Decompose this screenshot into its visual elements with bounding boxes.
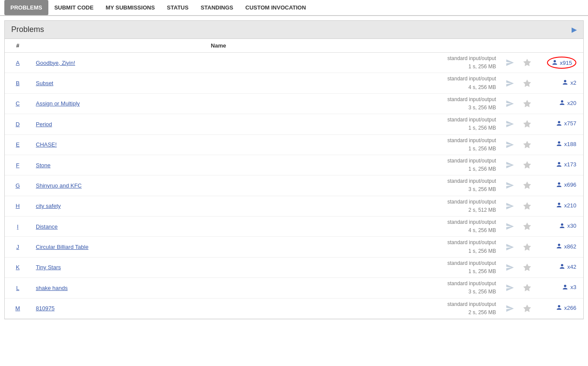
count-link[interactable]: x3 — [562, 284, 576, 291]
nav-item-problems[interactable]: PROBLEMS — [4, 0, 48, 15]
table-row: M810975standard input/output2 s, 256 MB … — [5, 298, 583, 318]
problem-name-link[interactable]: Period — [36, 121, 52, 127]
star-icon[interactable] — [518, 155, 536, 175]
participant-count[interactable]: x915 — [536, 53, 583, 73]
problem-name-link[interactable]: Assign or Multiply — [36, 100, 80, 107]
send-icon[interactable] — [501, 114, 518, 134]
star-icon[interactable] — [518, 134, 536, 155]
participant-count[interactable]: x188 — [536, 134, 583, 155]
send-icon[interactable] — [501, 155, 518, 175]
participant-count[interactable]: x30 — [536, 216, 583, 237]
participant-count[interactable]: x210 — [536, 196, 583, 216]
participant-count[interactable]: x266 — [536, 298, 583, 318]
send-icon[interactable] — [501, 93, 518, 114]
star-icon[interactable] — [518, 257, 536, 277]
count-link[interactable]: x2 — [562, 79, 576, 86]
count-link[interactable]: x188 — [556, 140, 576, 147]
table-row: Lshake handsstandard input/output3 s, 25… — [5, 278, 583, 298]
send-icon[interactable] — [501, 73, 518, 93]
problem-name-link[interactable]: Goodbye, Ziyin! — [36, 60, 75, 66]
problem-io: standard input/output1 s, 256 MB — [406, 257, 501, 277]
nav-item-standings[interactable]: STANDINGS — [195, 0, 240, 15]
send-icon[interactable] — [501, 53, 518, 73]
star-icon[interactable] — [518, 175, 536, 196]
star-icon[interactable] — [518, 237, 536, 257]
count-link[interactable]: x757 — [556, 120, 576, 127]
problem-name-link[interactable]: Shinyruo and KFC — [36, 182, 82, 189]
send-icon[interactable] — [501, 196, 518, 216]
send-icon[interactable] — [501, 298, 518, 318]
problem-id-link[interactable]: J — [16, 244, 19, 250]
problem-id-link[interactable]: L — [16, 285, 19, 291]
send-icon[interactable] — [501, 216, 518, 237]
problem-id-link[interactable]: A — [16, 60, 20, 66]
problem-id-link[interactable]: M — [16, 305, 20, 312]
nav-item-submit-code[interactable]: SUBMIT CODE — [48, 0, 100, 15]
problem-name-link[interactable]: Distance — [36, 223, 58, 230]
problem-name-link[interactable]: Tiny Stars — [36, 264, 61, 271]
arrow-right-icon[interactable]: ▶ — [572, 25, 577, 34]
svg-point-10 — [561, 264, 563, 266]
problem-id-link[interactable]: I — [17, 223, 19, 230]
page-title: Problems — [11, 25, 44, 34]
problem-id-link[interactable]: B — [16, 80, 20, 86]
svg-point-1 — [564, 80, 566, 82]
send-icon[interactable] — [501, 237, 518, 257]
problem-io: standard input/output1 s, 256 MB — [406, 134, 501, 155]
count-link[interactable]: x20 — [559, 99, 576, 106]
count-link[interactable]: x266 — [556, 304, 576, 311]
nav-item-status[interactable]: STATUS — [161, 0, 195, 15]
problem-name-link[interactable]: Circular Billiard Table — [36, 244, 89, 250]
problem-name-link[interactable]: Stone — [36, 162, 51, 169]
participant-count[interactable]: x757 — [536, 114, 583, 134]
col-header-num: # — [5, 39, 31, 53]
participant-count[interactable]: x2 — [536, 73, 583, 93]
send-icon[interactable] — [501, 278, 518, 298]
count-link[interactable]: x30 — [559, 223, 576, 229]
problem-id-link[interactable]: C — [16, 100, 19, 107]
problem-id-link[interactable]: F — [16, 162, 19, 169]
col-header-count — [536, 39, 583, 53]
participant-count[interactable]: x20 — [536, 93, 583, 114]
star-icon[interactable] — [518, 298, 536, 318]
star-icon[interactable] — [518, 114, 536, 134]
star-icon[interactable] — [518, 216, 536, 237]
svg-point-9 — [558, 244, 560, 246]
send-icon[interactable] — [501, 257, 518, 277]
problem-io: standard input/output2 s, 512 MB — [406, 196, 501, 216]
problem-id-link[interactable]: D — [16, 121, 19, 127]
problem-name-link[interactable]: city safety — [36, 203, 61, 209]
problem-name-link[interactable]: 810975 — [36, 305, 54, 312]
table-row: FStonestandard input/output1 s, 256 MB x… — [5, 155, 583, 175]
star-icon[interactable] — [518, 196, 536, 216]
problem-name-link[interactable]: Subset — [36, 80, 53, 86]
problem-id-link[interactable]: E — [16, 141, 20, 148]
nav-item-my-submissions[interactable]: MY SUBMISSIONS — [100, 0, 161, 15]
problem-id-link[interactable]: G — [16, 182, 20, 189]
count-link[interactable]: x42 — [559, 263, 576, 270]
participant-count[interactable]: x862 — [536, 237, 583, 257]
star-icon[interactable] — [518, 278, 536, 298]
count-link[interactable]: x862 — [556, 243, 576, 250]
count-link[interactable]: x173 — [556, 161, 576, 168]
problem-id-link[interactable]: H — [16, 203, 19, 209]
count-link[interactable]: x915 — [560, 60, 572, 66]
count-link[interactable]: x210 — [556, 202, 576, 209]
star-icon[interactable] — [518, 93, 536, 114]
problem-id-link[interactable]: K — [16, 264, 20, 271]
send-icon[interactable] — [501, 134, 518, 155]
participant-count-highlighted[interactable]: x915 — [547, 57, 576, 69]
participant-count[interactable]: x173 — [536, 155, 583, 175]
problem-name-link[interactable]: CHASE! — [36, 141, 57, 148]
nav-item-custom-invocation[interactable]: CUSTOM INVOCATION — [239, 0, 312, 15]
participant-count[interactable]: x696 — [536, 175, 583, 196]
send-icon[interactable] — [501, 175, 518, 196]
participant-count[interactable]: x3 — [536, 278, 583, 298]
star-icon[interactable] — [518, 73, 536, 93]
nav-bar: PROBLEMSSUBMIT CODEMY SUBMISSIONSSTATUSS… — [0, 0, 588, 16]
star-icon[interactable] — [518, 53, 536, 73]
count-link[interactable]: x696 — [556, 181, 576, 188]
table-row: AGoodbye, Ziyin!standard input/output1 s… — [5, 53, 583, 73]
problem-name-link[interactable]: shake hands — [36, 285, 68, 291]
participant-count[interactable]: x42 — [536, 257, 583, 277]
